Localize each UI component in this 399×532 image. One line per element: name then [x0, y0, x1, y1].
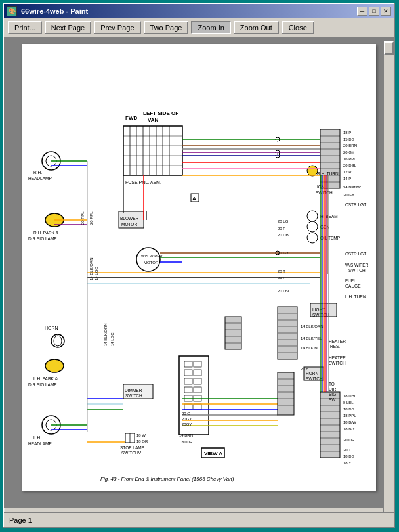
- title-bar: 🎨 66wire-4web - Paint ─ □ ✕: [4, 4, 394, 18]
- svg-text:BLOWER: BLOWER: [120, 216, 138, 221]
- svg-text:18 B/Y: 18 B/Y: [343, 427, 355, 431]
- svg-text:14 BLK/BL: 14 BLK/BL: [301, 346, 320, 350]
- title-controls: ─ □ ✕: [357, 7, 391, 16]
- print-button[interactable]: Print...: [8, 21, 42, 34]
- svg-text:18 OR: 18 OR: [136, 439, 148, 443]
- svg-text:14 BLK/YEL: 14 BLK/YEL: [301, 336, 322, 340]
- svg-text:20 T: 20 T: [278, 269, 285, 273]
- svg-text:20 OR: 20 OR: [181, 440, 193, 444]
- svg-text:DIR: DIR: [329, 387, 337, 391]
- svg-point-56: [45, 359, 64, 372]
- svg-text:MOTOR: MOTOR: [144, 261, 159, 265]
- toolbar: Print... Next Page Prev Page Two Page Zo…: [4, 18, 394, 37]
- svg-text:18 DG: 18 DG: [343, 407, 355, 411]
- svg-text:18 P: 18 P: [343, 131, 351, 135]
- maximize-button[interactable]: □: [369, 7, 379, 16]
- svg-text:20GY: 20GY: [182, 422, 192, 426]
- svg-text:SW: SW: [329, 397, 336, 402]
- svg-text:16 PPL: 16 PPL: [343, 157, 356, 161]
- window-close-button[interactable]: ✕: [381, 7, 391, 16]
- svg-text:GAUGE: GAUGE: [345, 284, 361, 288]
- svg-text:18 B/W: 18 B/W: [343, 420, 356, 424]
- main-window: 🎨 66wire-4web - Paint ─ □ ✕ Print... Nex…: [3, 3, 395, 528]
- svg-text:20 OR: 20 OR: [343, 438, 355, 442]
- svg-text:20 PPL: 20 PPL: [81, 211, 85, 225]
- svg-text:DIR SIG LAMP: DIR SIG LAMP: [28, 382, 57, 387]
- svg-text:18 DG: 18 DG: [343, 454, 355, 458]
- minimize-button[interactable]: ─: [357, 7, 368, 16]
- svg-text:14 BLK/ORN: 14 BLK/ORN: [89, 257, 93, 280]
- svg-text:HEADLAMP: HEADLAMP: [28, 441, 52, 446]
- title-bar-text: 🎨 66wire-4web - Paint: [7, 6, 88, 16]
- svg-text:SWITCH: SWITCH: [348, 268, 366, 273]
- diagram-container: FWD LEFT SIDE OF VAN: [22, 44, 376, 491]
- svg-text:HORN: HORN: [306, 371, 318, 376]
- svg-text:W/S WIPER: W/S WIPER: [141, 254, 163, 258]
- svg-text:20 LBL: 20 LBL: [278, 289, 291, 293]
- svg-point-100: [307, 166, 318, 176]
- svg-text:DIMMER: DIMMER: [125, 388, 142, 393]
- svg-text:FUEL: FUEL: [345, 278, 356, 283]
- svg-text:RES.: RES.: [330, 344, 340, 349]
- svg-text:20 PPL: 20 PPL: [89, 211, 93, 225]
- svg-text:20 DBL: 20 DBL: [343, 164, 357, 167]
- svg-text:14 BLK/ORN: 14 BLK/ORN: [301, 324, 324, 328]
- svg-text:14 LGC: 14 LGC: [110, 332, 114, 346]
- close-button[interactable]: Close: [282, 21, 314, 34]
- svg-text:MOTOR: MOTOR: [121, 222, 137, 227]
- svg-text:20 G: 20 G: [182, 412, 190, 416]
- svg-text:HEATER: HEATER: [329, 355, 346, 360]
- svg-text:18 PPL: 18 PPL: [343, 414, 356, 418]
- svg-text:STOP LAMP: STOP LAMP: [120, 445, 144, 450]
- svg-text:A: A: [192, 196, 196, 202]
- svg-text:14 BLK/ORN: 14 BLK/ORN: [104, 323, 108, 346]
- window-title: 66wire-4web - Paint: [21, 7, 88, 15]
- svg-text:20 T: 20 T: [343, 448, 351, 452]
- two-page-button[interactable]: Two Page: [144, 21, 189, 34]
- svg-text:20 P: 20 P: [278, 227, 285, 231]
- svg-text:VIEW A: VIEW A: [204, 451, 222, 456]
- svg-text:14 P: 14 P: [343, 177, 351, 181]
- svg-text:20 DBL: 20 DBL: [278, 233, 291, 237]
- svg-text:SWITCH: SWITCH: [329, 361, 346, 365]
- app-icon: 🎨: [7, 6, 17, 16]
- diagram-caption: Fig. 43 - Front End & Instrument Panel (…: [100, 476, 234, 482]
- svg-rect-153: [225, 317, 242, 349]
- zoom-out-button[interactable]: Zoom Out: [234, 21, 279, 34]
- svg-text:12 R: 12 R: [343, 170, 352, 174]
- svg-text:TO: TO: [329, 382, 335, 386]
- diagram-paper: FWD LEFT SIDE OF VAN: [22, 44, 376, 491]
- svg-text:18 DBL: 18 DBL: [343, 394, 357, 398]
- svg-text:20 GY: 20 GY: [343, 193, 354, 197]
- svg-text:8 LBL: 8 LBL: [343, 401, 354, 405]
- scroll-thumb[interactable]: [384, 41, 394, 55]
- svg-text:20 GY: 20 GY: [278, 251, 289, 255]
- page-label: Page 1: [9, 516, 32, 524]
- next-page-button[interactable]: Next Page: [45, 21, 91, 34]
- svg-text:20GY: 20GY: [182, 417, 192, 421]
- fwd-label: FWD: [125, 115, 137, 121]
- svg-text:18 Y: 18 Y: [343, 461, 351, 465]
- scrollbar[interactable]: [383, 41, 394, 512]
- svg-text:HEADLAMP: HEADLAMP: [28, 176, 52, 181]
- svg-text:L.H. PARK &: L.H. PARK &: [33, 376, 58, 381]
- svg-text:HEATER: HEATER: [329, 339, 346, 344]
- svg-text:20 B: 20 B: [301, 367, 308, 371]
- svg-text:CSTR LGT: CSTR LGT: [345, 202, 366, 207]
- zoom-in-button[interactable]: Zoom In: [191, 21, 230, 34]
- svg-text:L.H. TURN: L.H. TURN: [345, 294, 366, 299]
- prev-page-button[interactable]: Prev Page: [94, 21, 140, 34]
- status-bar: Page 1: [4, 512, 394, 527]
- svg-text:24 BRNW: 24 BRNW: [343, 185, 361, 189]
- svg-text:CSTR LGT: CSTR LGT: [345, 252, 366, 256]
- svg-text:DIR SIG LAMP: DIR SIG LAMP: [28, 236, 57, 241]
- wiring-diagram-svg: FWD LEFT SIDE OF VAN: [22, 44, 376, 491]
- svg-text:LEFT SIDE OF: LEFT SIDE OF: [143, 110, 178, 116]
- svg-text:20 GY: 20 GY: [343, 150, 354, 154]
- svg-text:14 LGC: 14 LGC: [94, 267, 98, 280]
- svg-text:20 P: 20 P: [278, 276, 285, 280]
- svg-text:20 BRN: 20 BRN: [343, 144, 357, 148]
- svg-text:HORN: HORN: [45, 326, 58, 330]
- svg-text:R.H. PARK &: R.H. PARK &: [33, 231, 59, 235]
- svg-text:20 LG: 20 LG: [278, 219, 289, 223]
